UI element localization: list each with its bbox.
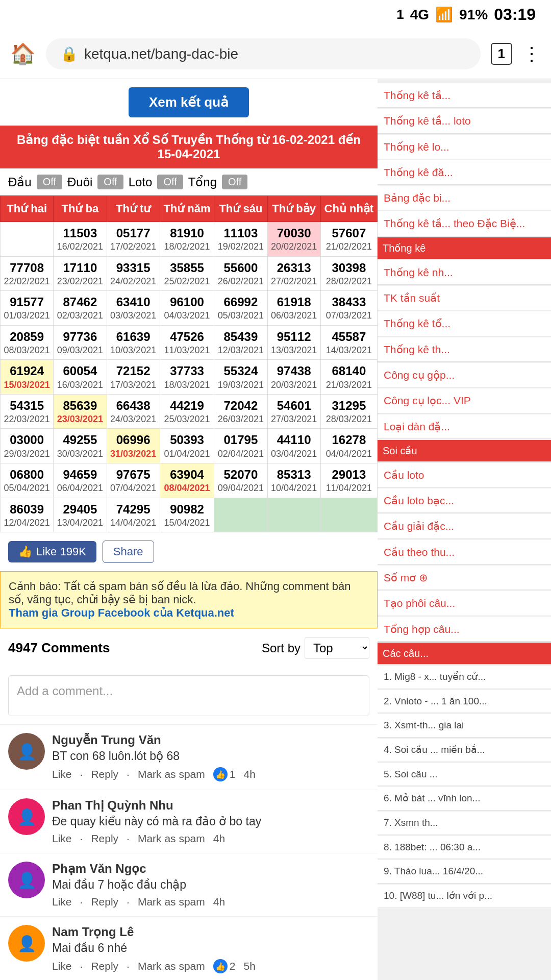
- table-row: 2085908/03/20219773609/03/20216163910/03…: [1, 325, 378, 360]
- table-cell: 8191018/02/2021: [160, 222, 214, 257]
- cell-number: 97736: [56, 329, 104, 345]
- table-cell: 8603912/04/2021: [1, 498, 54, 532]
- spam-action[interactable]: Mark as spam: [138, 832, 205, 845]
- table-cell: 9773609/03/2021: [54, 325, 107, 360]
- sidebar-item[interactable]: 6. Mở bát ... vĩnh lon...: [378, 787, 551, 811]
- loto-toggle[interactable]: Off: [157, 175, 183, 189]
- reply-action[interactable]: Reply: [91, 896, 118, 908]
- sidebar-item[interactable]: Thống kê tầ... theo Đặc Biệ...: [378, 211, 551, 236]
- cell-number: 54315: [3, 398, 51, 413]
- sidebar-item[interactable]: Cầu theo thu...: [378, 540, 551, 565]
- sidebar-item[interactable]: Các câu...: [378, 643, 551, 665]
- sidebar-item[interactable]: Công cụ lọc... VIP: [378, 388, 551, 413]
- table-cell: [1, 222, 54, 257]
- sort-select[interactable]: Top Newest: [305, 637, 369, 659]
- cell-date: 23/02/2021: [56, 276, 104, 287]
- sidebar-item[interactable]: 8. 188bet: ... 06:30 a...: [378, 836, 551, 860]
- sidebar-item[interactable]: Thống kê lo...: [378, 135, 551, 159]
- table-cell: 9098215/04/2021: [160, 498, 214, 532]
- table-cell: 6643824/03/2021: [107, 394, 160, 429]
- sidebar-item[interactable]: Loại dàn đặ...: [378, 414, 551, 439]
- sidebar-item[interactable]: Công cụ gộp...: [378, 363, 551, 387]
- sidebar-item[interactable]: Bảng đặc bi...: [378, 186, 551, 210]
- menu-dots-icon[interactable]: ⋮: [522, 43, 541, 65]
- avatar: 👤: [8, 862, 45, 898]
- table-cell: 2901311/04/2021: [320, 463, 377, 498]
- xem-ketqua-button[interactable]: Xem kết quả: [129, 87, 249, 117]
- sidebar-item[interactable]: 4. Soi cầu ... miền bắ...: [378, 739, 551, 762]
- likes-count: 👍 2: [213, 959, 236, 973]
- sidebar-item[interactable]: Tổng hợp câu...: [378, 617, 551, 642]
- sidebar-item[interactable]: Cầu loto bạc...: [378, 488, 551, 513]
- th-thu-nam: Thứ năm: [160, 196, 214, 222]
- table-cell: 0300029/03/2021: [1, 429, 54, 463]
- table-cell: 0680005/04/2021: [1, 463, 54, 498]
- like-action[interactable]: Like: [52, 832, 72, 845]
- reply-action[interactable]: Reply: [91, 960, 118, 972]
- sidebar-item[interactable]: Cầu loto: [378, 463, 551, 487]
- reply-action[interactable]: Reply: [91, 768, 118, 780]
- like-action[interactable]: Like: [52, 896, 72, 908]
- table-cell: 1711023/02/2021: [54, 256, 107, 291]
- comments-list: 👤 Nguyễn Trung Văn BT con 68 luôn.lót bộ…: [0, 724, 378, 980]
- like-action[interactable]: Like: [52, 960, 72, 972]
- table-cell: [320, 498, 377, 532]
- warning-link[interactable]: Tham gia Group Facebook của Ketqua.net: [9, 606, 234, 619]
- sidebar-item[interactable]: 2. Vnloto - ... 1 ăn 100...: [378, 690, 551, 714]
- cell-date: 20/03/2021: [270, 379, 318, 391]
- sidebar-item[interactable]: 3. Xsmt-th... gia lai: [378, 714, 551, 738]
- sidebar-item[interactable]: 5. Soi câu ...: [378, 763, 551, 787]
- comment-time: 5h: [243, 960, 255, 972]
- duoi-label: Đuôi: [67, 175, 92, 189]
- sidebar-item[interactable]: Cầu giải đặc...: [378, 514, 551, 538]
- cell-number: 35855: [162, 260, 212, 276]
- cell-date: 08/04/2021: [162, 482, 212, 494]
- comment-input[interactable]: Add a comment...: [8, 675, 369, 716]
- cell-number: 87462: [56, 294, 104, 310]
- spam-action[interactable]: Mark as spam: [138, 768, 205, 780]
- cell-number: 91577: [3, 294, 51, 310]
- sidebar-item[interactable]: Thống kê đă...: [378, 160, 551, 185]
- sidebar-item[interactable]: 1. Mig8 - x... tuyển cử...: [378, 666, 551, 689]
- cell-number: 72152: [109, 363, 158, 379]
- sidebar-item[interactable]: Thống kê tổ...: [378, 311, 551, 336]
- table-cell: 0699631/03/2021: [107, 429, 160, 463]
- cell-date: 28/03/2021: [323, 413, 375, 425]
- tab-count[interactable]: 1: [491, 43, 512, 65]
- main-content: Xem kết quả Bảng đặc biệt tuần Xổ Số Tru…: [0, 79, 551, 980]
- table-cell: 8543912/03/2021: [214, 325, 267, 360]
- comment-text: Mai đầu 7 hoặc đầu chập: [52, 878, 369, 892]
- sidebar-item[interactable]: Tạo phôi câu...: [378, 591, 551, 616]
- sidebar-item[interactable]: Số mơ ⊕: [378, 566, 551, 590]
- cell-number: 47526: [162, 329, 212, 345]
- sidebar-item[interactable]: Thống kê nh...: [378, 260, 551, 285]
- dau-toggle[interactable]: Off: [37, 175, 62, 189]
- sidebar-item[interactable]: Soi cầu: [378, 440, 551, 462]
- home-icon[interactable]: 🏠: [10, 42, 36, 66]
- sidebar-item[interactable]: 10. [W88] tu... lớn với p...: [378, 885, 551, 908]
- cell-date: 12/04/2021: [3, 517, 51, 529]
- sidebar-item[interactable]: 7. Xsmn th...: [378, 812, 551, 835]
- like-action[interactable]: Like: [52, 768, 72, 780]
- tong-toggle[interactable]: Off: [222, 175, 247, 189]
- sidebar-item[interactable]: 9. Tháo lua... 16/4/20...: [378, 860, 551, 884]
- sidebar-item[interactable]: Thống kê: [378, 237, 551, 259]
- spam-action[interactable]: Mark as spam: [138, 960, 205, 972]
- table-row: 6192415/03/20216005416/03/20217215217/03…: [1, 360, 378, 395]
- comment-actions: Like · Reply · Mark as spam 👍 1 4h: [52, 767, 369, 781]
- url-bar[interactable]: 🔒 ketqua.net/bang-dac-bie: [46, 38, 481, 69]
- sidebar-item[interactable]: Thống kê tầ...: [378, 83, 551, 108]
- reply-action[interactable]: Reply: [91, 832, 118, 845]
- sidebar-item[interactable]: Thống kê th...: [378, 337, 551, 362]
- table-cell: 7215217/03/2021: [107, 360, 160, 395]
- like-button[interactable]: 👍 Like 199K: [8, 541, 96, 562]
- cell-number: 06800: [3, 467, 51, 482]
- table-cell: 4558714/03/2021: [320, 325, 377, 360]
- xem-ketqua-area: Xem kết quả: [0, 79, 378, 126]
- share-button[interactable]: Share: [103, 541, 154, 563]
- sidebar-item[interactable]: TK tần suất: [378, 286, 551, 310]
- duoi-toggle[interactable]: Off: [97, 175, 123, 189]
- spam-action[interactable]: Mark as spam: [138, 896, 205, 908]
- table-cell: 5760721/02/2021: [320, 222, 377, 257]
- sidebar-item[interactable]: Thống kê tầ... loto: [378, 109, 551, 133]
